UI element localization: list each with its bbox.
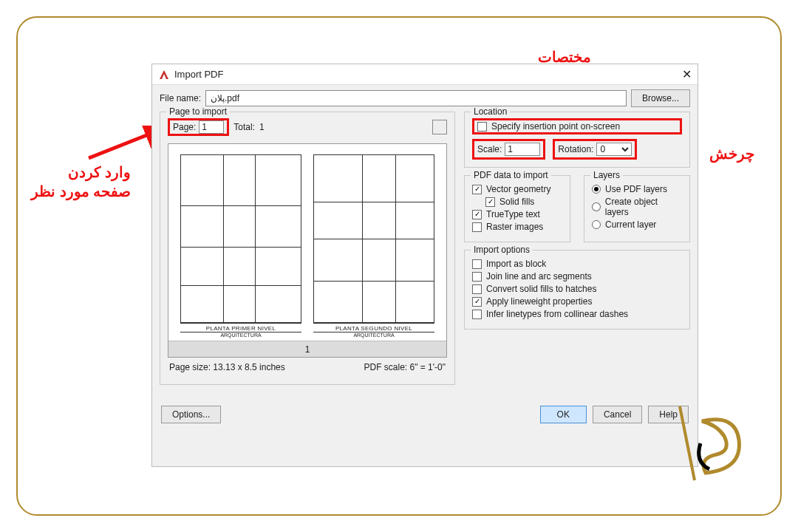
plan1-caption: PLANTA PRIMER NIVEL xyxy=(180,323,301,332)
create-object-layers-radio[interactable] xyxy=(592,202,601,211)
lineweight-checkbox[interactable] xyxy=(472,297,482,307)
watermark-logo-icon xyxy=(665,399,754,488)
floorplan-2 xyxy=(313,154,434,323)
vector-geometry-checkbox[interactable] xyxy=(472,185,482,194)
annotation-page: وارد کردن صفحه مورد نظر xyxy=(31,163,131,201)
pdf-data-group: PDF data to import Vector geometry Solid… xyxy=(464,175,570,242)
pdf-scale-label: PDF scale: 6" = 1'-0" xyxy=(364,362,446,372)
location-group: Location Specify insertion point on-scre… xyxy=(464,112,690,168)
layers-group: Layers Use PDF layers Create object laye… xyxy=(584,175,690,242)
import-pdf-dialog: Import PDF ✕ File name: Browse... Page t… xyxy=(151,64,698,467)
file-row: File name: Browse... xyxy=(152,85,698,112)
plan1-arch: ARQUITECTURA xyxy=(180,332,301,338)
page-preview[interactable]: PLANTA PRIMER NIVEL ARQUITECTURA PLANTA … xyxy=(168,143,447,358)
use-pdf-layers-radio[interactable] xyxy=(592,185,601,194)
solid-fills-checkbox[interactable] xyxy=(485,197,495,207)
floorplan-1 xyxy=(180,154,301,323)
page-input[interactable] xyxy=(199,120,224,134)
rotation-label: Rotation: xyxy=(558,144,593,154)
import-options-legend: Import options xyxy=(471,245,533,255)
infer-linetypes-label: Infer linetypes from collinear dashes xyxy=(486,309,628,319)
thumb-page-number: 1 xyxy=(168,341,446,357)
location-legend: Location xyxy=(471,106,510,117)
raster-images-label: Raster images xyxy=(486,222,543,232)
dialog-title: Import PDF xyxy=(174,69,223,80)
raster-images-checkbox[interactable] xyxy=(472,222,482,232)
browse-button[interactable]: Browse... xyxy=(631,89,690,107)
import-as-block-checkbox[interactable] xyxy=(472,259,482,269)
join-segments-label: Join line and arc segments xyxy=(486,271,592,282)
solid-fills-label: Solid fills xyxy=(499,197,534,207)
page-size-label: Page size: 13.13 x 8.5 inches xyxy=(169,362,285,372)
page-highlight: Page: xyxy=(168,118,229,136)
layers-legend: Layers xyxy=(590,170,623,180)
autocad-logo-icon xyxy=(158,69,170,81)
import-as-block-label: Import as block xyxy=(486,259,546,269)
titlebar: Import PDF ✕ xyxy=(152,64,698,85)
use-pdf-layers-label: Use PDF layers xyxy=(605,184,667,194)
total-value: 1 xyxy=(259,122,265,132)
rotation-select[interactable]: 0 xyxy=(596,143,632,156)
scale-input[interactable] xyxy=(505,143,540,156)
vector-geometry-label: Vector geometry xyxy=(486,184,550,194)
current-layer-radio[interactable] xyxy=(592,220,601,229)
join-segments-checkbox[interactable] xyxy=(472,272,482,282)
infer-linetypes-checkbox[interactable] xyxy=(472,310,482,319)
thumbnail-toggle-button[interactable] xyxy=(432,120,447,134)
truetype-checkbox[interactable] xyxy=(472,210,482,219)
page-label: Page: xyxy=(173,122,196,132)
specify-insertion-checkbox[interactable] xyxy=(477,122,487,132)
plan2-caption: PLANTA SEGUNDO NIVEL xyxy=(313,323,434,332)
page-to-import-group: Page to import Page: Total: 1 xyxy=(160,112,455,385)
truetype-label: TrueType text xyxy=(486,209,540,219)
file-name-input[interactable] xyxy=(205,90,627,106)
scale-label: Scale: xyxy=(477,144,502,154)
options-button[interactable]: Options... xyxy=(161,406,221,423)
svg-line-2 xyxy=(89,130,160,158)
specify-insertion-label: Specify insertion point on-screen xyxy=(491,121,620,132)
plan2-arch: ARQUITECTURA xyxy=(313,332,434,338)
create-object-layers-label: Create object layers xyxy=(605,197,682,217)
cancel-button[interactable]: Cancel xyxy=(593,406,642,423)
page-to-import-legend: Page to import xyxy=(166,106,230,117)
close-icon[interactable]: ✕ xyxy=(682,67,692,81)
convert-fills-label: Convert solid fills to hatches xyxy=(486,284,596,294)
total-label: Total: xyxy=(233,122,255,132)
ok-button[interactable]: OK xyxy=(540,406,587,423)
annotation-rotation: چرخش xyxy=(709,144,754,163)
file-name-label: File name: xyxy=(160,93,201,103)
current-layer-label: Current layer xyxy=(605,219,656,230)
import-options-group: Import options Import as block Join line… xyxy=(464,250,690,330)
pdf-data-legend: PDF data to import xyxy=(471,170,551,180)
convert-fills-checkbox[interactable] xyxy=(472,284,482,294)
lineweight-label: Apply lineweight properties xyxy=(486,296,592,307)
dialog-footer: Options... OK Cancel Help xyxy=(152,400,698,429)
